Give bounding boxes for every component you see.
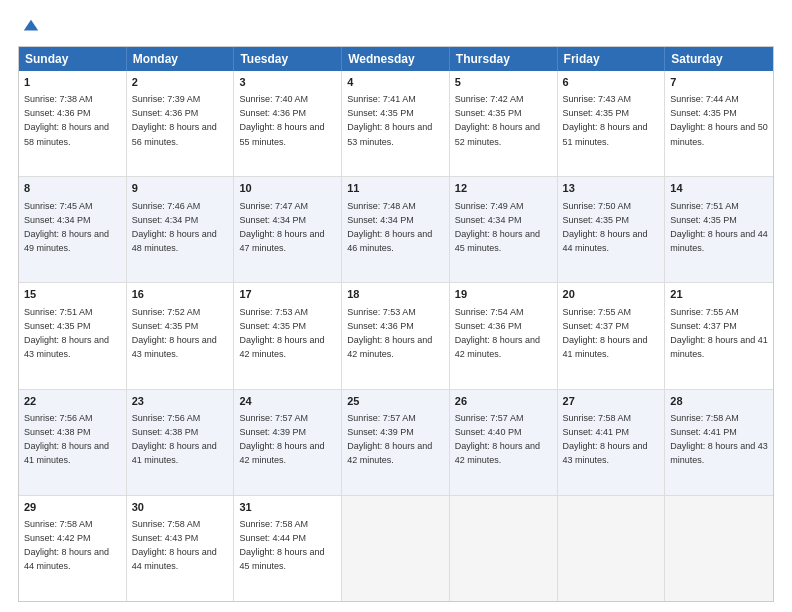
day-info: Sunrise: 7:43 AMSunset: 4:35 PMDaylight:… xyxy=(563,94,648,146)
day-info: Sunrise: 7:46 AMSunset: 4:34 PMDaylight:… xyxy=(132,201,217,253)
calendar-week-2: 8Sunrise: 7:45 AMSunset: 4:34 PMDaylight… xyxy=(19,176,773,282)
day-number: 2 xyxy=(132,75,229,90)
empty-cell xyxy=(342,496,450,601)
day-info: Sunrise: 7:53 AMSunset: 4:36 PMDaylight:… xyxy=(347,307,432,359)
day-info: Sunrise: 7:52 AMSunset: 4:35 PMDaylight:… xyxy=(132,307,217,359)
day-cell-22: 22Sunrise: 7:56 AMSunset: 4:38 PMDayligh… xyxy=(19,390,127,495)
day-info: Sunrise: 7:51 AMSunset: 4:35 PMDaylight:… xyxy=(670,201,768,253)
header-day-saturday: Saturday xyxy=(665,47,773,71)
day-number: 29 xyxy=(24,500,121,515)
day-number: 25 xyxy=(347,394,444,409)
day-number: 20 xyxy=(563,287,660,302)
header xyxy=(18,18,774,36)
day-info: Sunrise: 7:39 AMSunset: 4:36 PMDaylight:… xyxy=(132,94,217,146)
day-cell-7: 7Sunrise: 7:44 AMSunset: 4:35 PMDaylight… xyxy=(665,71,773,176)
svg-marker-0 xyxy=(24,20,38,31)
header-day-monday: Monday xyxy=(127,47,235,71)
day-cell-1: 1Sunrise: 7:38 AMSunset: 4:36 PMDaylight… xyxy=(19,71,127,176)
day-cell-13: 13Sunrise: 7:50 AMSunset: 4:35 PMDayligh… xyxy=(558,177,666,282)
day-cell-5: 5Sunrise: 7:42 AMSunset: 4:35 PMDaylight… xyxy=(450,71,558,176)
day-cell-20: 20Sunrise: 7:55 AMSunset: 4:37 PMDayligh… xyxy=(558,283,666,388)
day-number: 9 xyxy=(132,181,229,196)
day-number: 21 xyxy=(670,287,768,302)
day-cell-26: 26Sunrise: 7:57 AMSunset: 4:40 PMDayligh… xyxy=(450,390,558,495)
day-number: 12 xyxy=(455,181,552,196)
day-number: 18 xyxy=(347,287,444,302)
day-info: Sunrise: 7:57 AMSunset: 4:40 PMDaylight:… xyxy=(455,413,540,465)
day-info: Sunrise: 7:51 AMSunset: 4:35 PMDaylight:… xyxy=(24,307,109,359)
day-number: 7 xyxy=(670,75,768,90)
empty-cell xyxy=(450,496,558,601)
day-info: Sunrise: 7:40 AMSunset: 4:36 PMDaylight:… xyxy=(239,94,324,146)
day-info: Sunrise: 7:58 AMSunset: 4:41 PMDaylight:… xyxy=(670,413,768,465)
day-number: 4 xyxy=(347,75,444,90)
day-cell-25: 25Sunrise: 7:57 AMSunset: 4:39 PMDayligh… xyxy=(342,390,450,495)
day-number: 3 xyxy=(239,75,336,90)
day-number: 6 xyxy=(563,75,660,90)
calendar-week-5: 29Sunrise: 7:58 AMSunset: 4:42 PMDayligh… xyxy=(19,495,773,601)
day-cell-2: 2Sunrise: 7:39 AMSunset: 4:36 PMDaylight… xyxy=(127,71,235,176)
day-cell-4: 4Sunrise: 7:41 AMSunset: 4:35 PMDaylight… xyxy=(342,71,450,176)
day-number: 24 xyxy=(239,394,336,409)
calendar-week-3: 15Sunrise: 7:51 AMSunset: 4:35 PMDayligh… xyxy=(19,282,773,388)
day-info: Sunrise: 7:56 AMSunset: 4:38 PMDaylight:… xyxy=(24,413,109,465)
day-cell-8: 8Sunrise: 7:45 AMSunset: 4:34 PMDaylight… xyxy=(19,177,127,282)
day-number: 10 xyxy=(239,181,336,196)
empty-cell xyxy=(665,496,773,601)
day-info: Sunrise: 7:47 AMSunset: 4:34 PMDaylight:… xyxy=(239,201,324,253)
day-cell-16: 16Sunrise: 7:52 AMSunset: 4:35 PMDayligh… xyxy=(127,283,235,388)
day-number: 27 xyxy=(563,394,660,409)
day-cell-11: 11Sunrise: 7:48 AMSunset: 4:34 PMDayligh… xyxy=(342,177,450,282)
day-info: Sunrise: 7:56 AMSunset: 4:38 PMDaylight:… xyxy=(132,413,217,465)
day-cell-19: 19Sunrise: 7:54 AMSunset: 4:36 PMDayligh… xyxy=(450,283,558,388)
day-info: Sunrise: 7:41 AMSunset: 4:35 PMDaylight:… xyxy=(347,94,432,146)
day-cell-17: 17Sunrise: 7:53 AMSunset: 4:35 PMDayligh… xyxy=(234,283,342,388)
day-info: Sunrise: 7:55 AMSunset: 4:37 PMDaylight:… xyxy=(563,307,648,359)
day-cell-31: 31Sunrise: 7:58 AMSunset: 4:44 PMDayligh… xyxy=(234,496,342,601)
day-info: Sunrise: 7:45 AMSunset: 4:34 PMDaylight:… xyxy=(24,201,109,253)
day-info: Sunrise: 7:38 AMSunset: 4:36 PMDaylight:… xyxy=(24,94,109,146)
day-info: Sunrise: 7:58 AMSunset: 4:42 PMDaylight:… xyxy=(24,519,109,571)
day-cell-18: 18Sunrise: 7:53 AMSunset: 4:36 PMDayligh… xyxy=(342,283,450,388)
day-info: Sunrise: 7:58 AMSunset: 4:43 PMDaylight:… xyxy=(132,519,217,571)
day-number: 17 xyxy=(239,287,336,302)
day-info: Sunrise: 7:49 AMSunset: 4:34 PMDaylight:… xyxy=(455,201,540,253)
calendar-week-1: 1Sunrise: 7:38 AMSunset: 4:36 PMDaylight… xyxy=(19,71,773,176)
header-day-friday: Friday xyxy=(558,47,666,71)
day-number: 8 xyxy=(24,181,121,196)
day-number: 5 xyxy=(455,75,552,90)
day-cell-30: 30Sunrise: 7:58 AMSunset: 4:43 PMDayligh… xyxy=(127,496,235,601)
day-number: 13 xyxy=(563,181,660,196)
day-number: 11 xyxy=(347,181,444,196)
day-number: 23 xyxy=(132,394,229,409)
day-info: Sunrise: 7:54 AMSunset: 4:36 PMDaylight:… xyxy=(455,307,540,359)
day-info: Sunrise: 7:48 AMSunset: 4:34 PMDaylight:… xyxy=(347,201,432,253)
day-cell-6: 6Sunrise: 7:43 AMSunset: 4:35 PMDaylight… xyxy=(558,71,666,176)
empty-cell xyxy=(558,496,666,601)
day-cell-23: 23Sunrise: 7:56 AMSunset: 4:38 PMDayligh… xyxy=(127,390,235,495)
day-number: 22 xyxy=(24,394,121,409)
header-day-sunday: Sunday xyxy=(19,47,127,71)
day-cell-12: 12Sunrise: 7:49 AMSunset: 4:34 PMDayligh… xyxy=(450,177,558,282)
day-number: 14 xyxy=(670,181,768,196)
day-number: 28 xyxy=(670,394,768,409)
day-info: Sunrise: 7:50 AMSunset: 4:35 PMDaylight:… xyxy=(563,201,648,253)
day-info: Sunrise: 7:55 AMSunset: 4:37 PMDaylight:… xyxy=(670,307,768,359)
header-day-tuesday: Tuesday xyxy=(234,47,342,71)
day-cell-14: 14Sunrise: 7:51 AMSunset: 4:35 PMDayligh… xyxy=(665,177,773,282)
header-day-thursday: Thursday xyxy=(450,47,558,71)
day-cell-28: 28Sunrise: 7:58 AMSunset: 4:41 PMDayligh… xyxy=(665,390,773,495)
day-cell-10: 10Sunrise: 7:47 AMSunset: 4:34 PMDayligh… xyxy=(234,177,342,282)
calendar: SundayMondayTuesdayWednesdayThursdayFrid… xyxy=(18,46,774,602)
day-info: Sunrise: 7:58 AMSunset: 4:44 PMDaylight:… xyxy=(239,519,324,571)
day-info: Sunrise: 7:57 AMSunset: 4:39 PMDaylight:… xyxy=(347,413,432,465)
day-info: Sunrise: 7:53 AMSunset: 4:35 PMDaylight:… xyxy=(239,307,324,359)
day-cell-9: 9Sunrise: 7:46 AMSunset: 4:34 PMDaylight… xyxy=(127,177,235,282)
day-number: 30 xyxy=(132,500,229,515)
day-number: 31 xyxy=(239,500,336,515)
day-cell-21: 21Sunrise: 7:55 AMSunset: 4:37 PMDayligh… xyxy=(665,283,773,388)
logo-icon xyxy=(22,18,40,36)
day-number: 26 xyxy=(455,394,552,409)
day-cell-29: 29Sunrise: 7:58 AMSunset: 4:42 PMDayligh… xyxy=(19,496,127,601)
day-number: 15 xyxy=(24,287,121,302)
